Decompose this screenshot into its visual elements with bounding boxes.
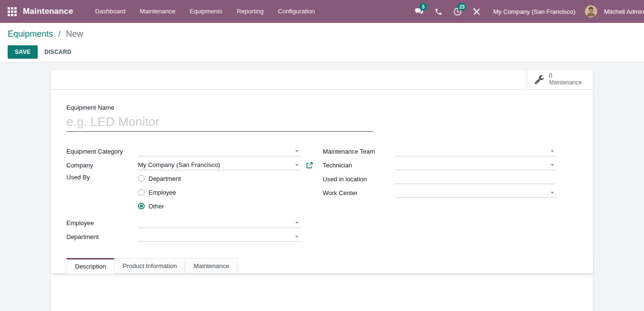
sheet-body: Equipment Name Equipment Category Compan… <box>51 103 593 245</box>
activities-icon[interactable]: 23 <box>449 0 465 23</box>
tools-icon[interactable] <box>468 0 485 23</box>
menu-configuration[interactable]: Configuration <box>271 0 322 23</box>
tab-bar: Description Product Information Maintena… <box>51 258 593 274</box>
chevron-down-icon <box>295 222 299 224</box>
tab-maintenance[interactable]: Maintenance <box>185 258 237 273</box>
smart-button-box: 0 Maintenance <box>51 70 593 90</box>
tab-description[interactable]: Description <box>66 258 115 274</box>
chevron-down-icon <box>550 192 554 194</box>
form-right-column: Maintenance Team Technician Used in loca… <box>323 146 558 245</box>
radio-unchecked-icon <box>138 175 145 182</box>
discard-button[interactable]: DISCARD <box>44 49 72 55</box>
work-center-dropdown[interactable] <box>394 187 557 198</box>
top-navbar: Maintenance Dashboard Maintenance Equipm… <box>0 0 644 23</box>
work-center-label: Work Center <box>323 189 394 197</box>
internal-link-icon[interactable] <box>306 162 313 169</box>
menu-maintenance[interactable]: Maintenance <box>133 0 182 23</box>
menu-reporting[interactable]: Reporting <box>230 0 271 23</box>
company-dropdown[interactable]: My Company (San Francisco) <box>138 160 301 170</box>
notebook: Description Product Information Maintena… <box>51 258 593 311</box>
user-menu[interactable]: Mitchell Admin <box>604 8 644 15</box>
employee-label: Employee <box>66 219 138 227</box>
technician-label: Technician <box>323 162 394 169</box>
activities-badge: 23 <box>457 3 466 10</box>
maintenance-count: 0 <box>549 73 582 79</box>
radio-checked-icon <box>138 203 145 209</box>
company-label: Company <box>66 162 138 169</box>
apps-menu-icon[interactable] <box>8 7 17 16</box>
used-by-radio-group: Department Employee Other <box>138 174 181 211</box>
breadcrumb-separator: / <box>58 29 61 39</box>
maintenance-team-label: Maintenance Team <box>323 148 394 155</box>
form-left-column: Equipment Category Company My Company (S… <box>66 146 323 245</box>
department-label: Department <box>66 233 138 240</box>
breadcrumb-current: New <box>66 29 83 39</box>
maintenance-team-dropdown[interactable] <box>394 146 557 156</box>
messages-badge: 5 <box>419 3 427 10</box>
equipment-name-label: Equipment Name <box>66 104 114 111</box>
used-by-label: Used By <box>66 174 138 181</box>
used-by-option-other[interactable]: Other <box>138 201 181 211</box>
department-dropdown[interactable] <box>138 231 301 242</box>
breadcrumb-equipments[interactable]: Equipments <box>8 29 53 39</box>
control-panel: Equipments / New SAVE DISCARD <box>0 23 644 62</box>
smart-button-text: 0 Maintenance <box>549 73 582 86</box>
used-by-option-employee[interactable]: Employee <box>138 187 181 197</box>
control-panel-buttons: SAVE DISCARD <box>8 45 636 59</box>
phone-icon[interactable] <box>430 0 446 23</box>
navbar-left: Maintenance Dashboard Maintenance Equipm… <box>8 0 322 23</box>
used-in-location-label: Used in location <box>323 176 394 183</box>
company-switcher[interactable]: My Company (San Francisco) <box>493 8 575 15</box>
avatar[interactable] <box>585 5 597 18</box>
chevron-down-icon <box>550 164 554 166</box>
company-value: My Company (San Francisco) <box>138 161 220 168</box>
messages-icon[interactable]: 5 <box>411 0 427 23</box>
description-tab-content[interactable] <box>51 274 593 311</box>
main-menu: Dashboard Maintenance Equipments Reporti… <box>88 0 322 23</box>
used-by-option-department[interactable]: Department <box>138 174 181 183</box>
chevron-down-icon <box>295 150 299 152</box>
wrench-icon <box>534 74 544 84</box>
technician-dropdown[interactable] <box>394 160 557 170</box>
app-name[interactable]: Maintenance <box>23 7 73 16</box>
form-sheet: 0 Maintenance Equipment Name Equipment C… <box>50 69 593 311</box>
chevron-down-icon <box>295 164 299 166</box>
menu-dashboard[interactable]: Dashboard <box>88 0 133 23</box>
maintenance-smart-button[interactable]: 0 Maintenance <box>527 70 593 89</box>
tab-product-information[interactable]: Product Information <box>114 258 185 273</box>
page-content: 0 Maintenance Equipment Name Equipment C… <box>0 62 644 311</box>
equipment-name-input[interactable] <box>66 114 373 132</box>
form-grid: Equipment Category Company My Company (S… <box>66 146 577 245</box>
maintenance-label: Maintenance <box>549 79 582 86</box>
breadcrumb: Equipments / New <box>8 29 636 39</box>
navbar-right: 5 23 My Company (San Francisco) <box>411 0 644 23</box>
radio-unchecked-icon <box>138 189 145 196</box>
equipment-category-dropdown[interactable] <box>138 146 301 156</box>
employee-dropdown[interactable] <box>138 218 301 228</box>
chevron-down-icon <box>295 236 299 238</box>
equipment-name-group: Equipment Name <box>66 103 577 132</box>
used-in-location-input[interactable] <box>394 174 557 184</box>
save-button[interactable]: SAVE <box>8 45 38 59</box>
equipment-category-label: Equipment Category <box>66 148 138 155</box>
menu-equipments[interactable]: Equipments <box>182 0 230 23</box>
chevron-down-icon <box>550 150 554 152</box>
